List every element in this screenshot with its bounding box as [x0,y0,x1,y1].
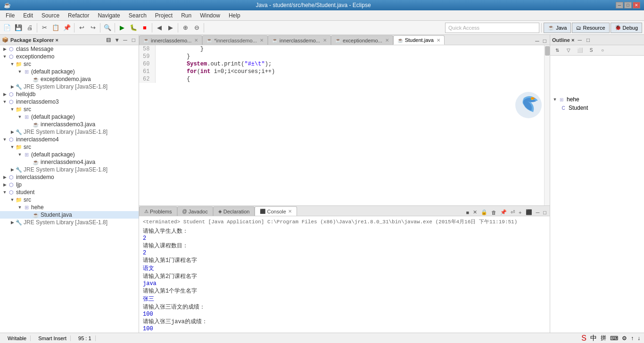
pe-menu-btn[interactable]: ▾ [114,36,120,44]
keyboard-icon[interactable]: ⌨ [610,335,618,342]
outline-static-btn[interactable]: S [586,45,596,56]
settings-icon[interactable]: ⚙ [622,335,627,342]
console-clear-btn[interactable]: 🗑 [490,209,498,216]
tree-item-src-exception[interactable]: ▼ 📁 src [0,60,139,68]
menu-window[interactable]: Window [196,11,224,20]
up-icon[interactable]: ↑ [631,335,634,342]
outline-maximize-btn[interactable]: □ [585,36,591,44]
console-scroll-lock-btn[interactable]: 🔒 [479,209,489,216]
tab-close-3[interactable]: ✕ [323,38,327,43]
tab-problems[interactable]: ⚠ Problems [139,206,177,216]
menu-refactor[interactable]: Refactor [64,11,93,20]
outline-sort-btn[interactable]: ⇅ [552,45,562,56]
down-icon[interactable]: ↓ [637,335,640,342]
menu-search[interactable]: Search [125,11,150,20]
console-close-btn[interactable]: ✕ [471,209,479,216]
menu-file[interactable]: File [2,11,18,20]
search-button[interactable]: 🔍 [102,23,113,33]
tree-item-hehe[interactable]: ▼ ⊞ hehe [0,204,139,211]
copy-button[interactable]: 📋 [50,23,61,33]
next-button[interactable]: ▶ [165,23,176,33]
prev-button[interactable]: ◀ [154,23,165,33]
tree-item-exceptiondemo[interactable]: ▼ ⬡ exceptiondemo [0,53,139,60]
print-button[interactable]: 🖨 [25,23,35,33]
editor-scrollbar[interactable] [544,45,550,205]
tab-innerclassdemo3[interactable]: ☕ innerclassdemo... ✕ [268,35,331,45]
tree-item-innerclassdemo3[interactable]: ▼ ⬡ innerclassdemo3 [0,98,139,106]
save-button[interactable]: 💾 [13,23,24,33]
code-editor[interactable]: 58 59 60 61 62 } } Syst [139,45,550,205]
editor-minimize-btn[interactable]: ─ [534,37,541,45]
tree-item-interclassdemo[interactable]: ▶ ⬡ interclassdemo [0,173,139,181]
stop-button[interactable]: ■ [140,23,150,33]
tree-item-default-pkg-inner3[interactable]: ▼ ⊞ (default package) [0,113,139,121]
console-display-btn[interactable]: ⬛ [524,209,534,216]
run-button[interactable]: ▶ [117,23,127,33]
tab-innerclassdemo2[interactable]: ☕ *innerclassdemo... ✕ [202,35,268,45]
console-new-btn[interactable]: + [517,209,523,216]
toolbar-btn-extra2[interactable]: ⊖ [191,23,202,33]
tree-item-src-inner4[interactable]: ▼ 📁 src [0,143,139,151]
cut-button[interactable]: ✂ [39,23,50,33]
chinese-input-icon[interactable]: 中 [590,334,597,343]
tree-item-ljp[interactable]: ▶ ⬡ ljp [0,181,139,188]
tab-close-1[interactable]: ✕ [194,38,198,43]
menu-source[interactable]: Source [38,11,63,20]
tree-item-innerclassdemo3-java[interactable]: ▶ ☕ innerclassdemo3.java [0,121,139,128]
console-maximize-btn[interactable]: □ [542,209,548,216]
pinyin-icon[interactable]: 拼 [601,334,606,342]
console-minimize-btn[interactable]: ─ [535,209,541,216]
outline-nonpublic-btn[interactable]: ○ [597,45,608,56]
tab-console[interactable]: ⬛ Console ✕ [255,206,297,216]
new-button[interactable]: 📄 [2,23,12,33]
tree-item-hellojdb[interactable]: ▶ ⬡ hellojdb [0,90,139,98]
perspective-java[interactable]: ☕ Java [544,23,571,33]
tab-close-2[interactable]: ✕ [260,38,264,43]
tab-innerclassdemo1[interactable]: ☕ innerclassdemo... ✕ [139,35,202,45]
tree-item-jre-exc[interactable]: ▶ 🔧 JRE System Library [JavaSE-1.8] [0,83,139,90]
outline-filter-btn[interactable]: ▽ [563,45,574,56]
outline-item-student[interactable]: C Student [552,104,642,112]
tree-item-src-student[interactable]: ▼ 📁 src [0,196,139,204]
tab-declaration[interactable]: ◈ Declaration [213,206,255,216]
perspective-resource[interactable]: 🗂 Resource [572,23,609,33]
menu-project[interactable]: Project [151,11,176,20]
tree-item-student[interactable]: ▼ ⬡ student [0,188,139,196]
pe-maximize-btn[interactable]: □ [131,36,137,44]
console-pin-btn[interactable]: 📌 [499,209,508,216]
console-stop-btn[interactable]: ■ [464,209,471,216]
menu-edit[interactable]: Edit [19,11,37,20]
tree-item-default-pkg-inner4[interactable]: ▼ ⊞ (default package) [0,151,139,158]
maximize-button[interactable]: □ [624,2,632,8]
tab-close-5[interactable]: ✕ [437,38,440,43]
tree-item-innerclassdemo4[interactable]: ▼ ⬡ innerclassdemo4 [0,136,139,143]
tab-student-java[interactable]: ☕ Student.java ✕ [393,35,445,45]
console-tab-close[interactable]: ✕ [288,209,292,214]
tree-item-jre-student[interactable]: ▶ 🔧 JRE System Library [JavaSE-1.8] [0,219,139,226]
pe-minimize-btn[interactable]: ─ [122,36,129,44]
outline-item-hehe[interactable]: ▼ ⊞ hehe [552,95,642,104]
console-output[interactable]: <terminated> Student [Java Application] … [139,216,550,333]
debug-button[interactable]: 🐛 [128,23,139,33]
editor-maximize-btn[interactable]: □ [542,37,548,45]
outline-minimize-btn[interactable]: ─ [576,36,583,44]
menu-run[interactable]: Run [177,11,195,20]
quick-access-input[interactable]: Quick Access [445,23,539,33]
tab-exceptiondemo[interactable]: ☕ exceptiondemo... ✕ [331,35,393,45]
redo-button[interactable]: ↪ [88,23,98,33]
undo-button[interactable]: ↩ [76,23,87,33]
toolbar-btn-extra1[interactable]: ⊕ [180,23,190,33]
pe-collapse-btn[interactable]: ⊟ [105,36,112,44]
menu-navigate[interactable]: Navigate [94,11,124,20]
code-content[interactable]: } } System.out.print("#±\t"); for(int i=… [156,45,550,83]
tree-item-jre-inner3[interactable]: ▶ 🔧 JRE System Library [JavaSE-1.8] [0,128,139,136]
close-button[interactable]: ✕ [633,2,640,8]
tree-item-student-java[interactable]: ▶ ☕ Student.java [0,211,139,219]
minimize-button[interactable]: ─ [616,2,623,8]
tab-javadoc[interactable]: @ Javadoc [177,206,213,216]
tab-close-4[interactable]: ✕ [385,38,389,43]
menu-help[interactable]: Help [225,11,244,20]
tree-item-exceptiondemo-java[interactable]: ▶ ☕ exceptiondemo.java [0,75,139,83]
tree-item-innerclassdemo4-java[interactable]: ▶ ☕ innerclassdemo4.java [0,158,139,166]
console-word-wrap-btn[interactable]: ⏎ [509,209,516,216]
